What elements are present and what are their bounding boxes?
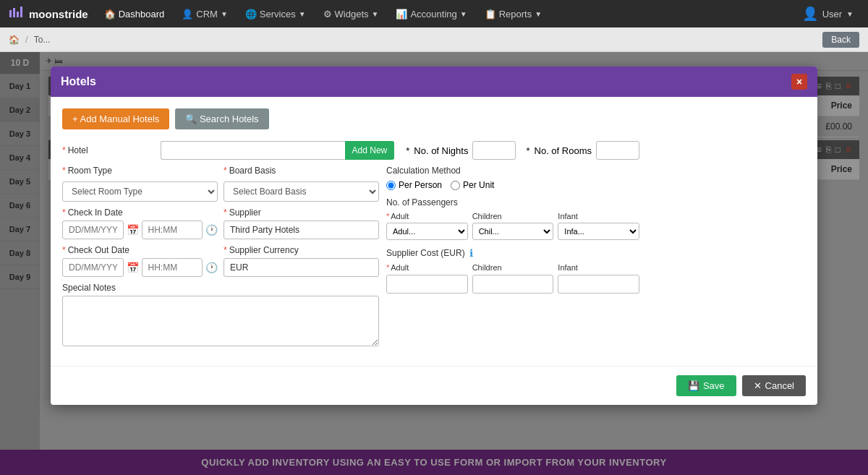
children-select[interactable]: Chil... [472, 223, 554, 240]
modal-overlay: Hotels × + Add Manual Hotels 🔍 Search Ho… [0, 52, 868, 475]
room-board-row: * Room Type Select Room Type [62, 166, 379, 202]
breadcrumb-bar: 🏠 / To... Back [0, 27, 868, 52]
add-new-hotel-button[interactable]: Add New [345, 141, 395, 160]
nav-accounting[interactable]: 📊 Accounting ▼ [388, 6, 474, 22]
supplier-cost-header: Supplier Cost (EUR) ℹ [386, 247, 639, 259]
hotels-modal: Hotels × + Add Manual Hotels 🔍 Search Ho… [51, 67, 817, 405]
nav-crm[interactable]: 👤 CRM ▼ [174, 6, 235, 22]
no-rooms-container: * No. of Rooms [526, 141, 639, 160]
cancel-button[interactable]: ✕ Cancel [742, 375, 806, 396]
search-hotels-button[interactable]: 🔍 Search Hotels [175, 108, 268, 129]
nav-reports[interactable]: 📋 Reports ▼ [477, 6, 549, 22]
room-type-select[interactable]: Select Room Type [62, 181, 218, 202]
children-header: Children [472, 212, 554, 221]
nav-widgets[interactable]: ⚙ Widgets ▼ [316, 6, 386, 22]
calendar-icon-2[interactable]: 📅 [127, 262, 139, 273]
user-menu[interactable]: 👤 User ▼ [796, 3, 859, 25]
room-type-container: * Room Type Select Room Type [62, 166, 218, 202]
checkin-date-input[interactable] [62, 221, 124, 239]
app-name: moonstride [29, 8, 88, 20]
no-nights-input[interactable] [472, 141, 516, 160]
clock-icon-2[interactable]: 🕐 [205, 262, 218, 273]
special-notes-textarea[interactable] [62, 296, 379, 346]
hotel-label: * Hotel [62, 145, 156, 155]
hotel-input-container: Add New [161, 141, 394, 160]
per-person-radio[interactable] [386, 181, 396, 190]
save-button[interactable]: 💾 Save [676, 375, 736, 396]
svg-rect-2 [17, 12, 19, 17]
breadcrumb-sep: / [25, 34, 28, 45]
passengers-container: No. of Passengers * Adult [386, 197, 639, 240]
form-fields-left: * Room Type Select Room Type [62, 166, 379, 348]
hotel-row: * Hotel Add New * No. of Nights [62, 141, 639, 160]
per-unit-option[interactable]: Per Unit [451, 180, 494, 190]
add-manual-hotels-button[interactable]: + Add Manual Hotels [62, 108, 169, 129]
per-person-option[interactable]: Per Person [386, 180, 442, 190]
supplier-input[interactable] [224, 221, 379, 239]
checkout-date-input[interactable] [62, 258, 124, 277]
per-unit-radio[interactable] [451, 181, 460, 190]
children-cost-input[interactable] [472, 275, 554, 294]
adult-cost-input[interactable] [386, 275, 468, 294]
supplier-container: * Supplier [224, 207, 379, 239]
calc-method-container: Calculation Method Per Person [386, 166, 639, 190]
modal-footer: 💾 Save ✕ Cancel [51, 366, 817, 405]
modal-title: Hotels [61, 75, 96, 88]
board-basis-container: * Board Basis Select Board Basis [224, 166, 379, 202]
accounting-icon: 📊 [396, 9, 407, 20]
checkin-container: * Check In Date 📅 🕐 [62, 207, 218, 239]
services-caret-icon: ▼ [299, 10, 306, 18]
infant-cost-input[interactable] [558, 275, 639, 294]
board-basis-label: * Board Basis [224, 166, 318, 176]
modal-header: Hotels × [51, 67, 817, 97]
form-left: * Hotel Add New * No. of Nights [62, 141, 639, 354]
nav-services[interactable]: 🌐 Services ▼ [238, 6, 313, 22]
modal-close-button[interactable]: × [791, 74, 807, 90]
supplier-currency-input[interactable] [224, 258, 379, 277]
cancel-icon: ✕ [754, 380, 762, 391]
board-basis-select[interactable]: Select Board Basis [224, 181, 379, 202]
breadcrumb-home-icon[interactable]: 🏠 [9, 35, 20, 45]
infant-pax-col: Infant Infa... [558, 212, 639, 240]
adult-cost-label: * Adult [386, 263, 468, 272]
info-icon[interactable]: ℹ [469, 247, 473, 259]
clock-icon[interactable]: 🕐 [205, 224, 218, 236]
nav-dashboard[interactable]: 🏠 Dashboard [97, 6, 172, 22]
no-rooms-label: No. of Rooms [535, 145, 592, 156]
app-logo: moonstride [9, 6, 88, 22]
action-buttons-row: + Add Manual Hotels 🔍 Search Hotels [62, 108, 806, 129]
back-button[interactable]: Back [822, 32, 859, 48]
passengers-label: No. of Passengers [386, 197, 639, 207]
calendar-icon[interactable]: 📅 [127, 224, 139, 236]
widgets-caret-icon: ▼ [372, 10, 379, 18]
modal-body: + Add Manual Hotels 🔍 Search Hotels * Ho… [51, 97, 817, 366]
checkout-container: * Check Out Date 📅 🕐 [62, 245, 218, 277]
special-notes-container: Special Notes [62, 283, 379, 348]
passengers-grid: * Adult Adul... [386, 212, 639, 240]
checkin-label: * Check In Date [62, 207, 218, 218]
form-fields-right: Calculation Method Per Person [386, 166, 639, 348]
supplier-cost-container: Supplier Cost (EUR) ℹ * Adult [386, 247, 639, 294]
checkout-label: * Check Out Date [62, 245, 218, 255]
svg-rect-1 [13, 8, 15, 17]
checkin-time-input[interactable] [142, 221, 203, 239]
breadcrumb-current[interactable]: To... [34, 35, 51, 45]
infant-select[interactable]: Infa... [558, 223, 639, 240]
infant-cost-label: Infant [558, 263, 639, 272]
crm-icon: 👤 [182, 9, 193, 20]
adult-pax-col: * Adult Adul... [386, 212, 468, 240]
supplier-currency-container: * Supplier Currency [224, 245, 379, 277]
accounting-caret-icon: ▼ [460, 10, 467, 18]
content-area: 10 D Day 1 Day 2 Day 3 Day 4 Day 5 Day 6… [0, 52, 868, 475]
supplier-cost-label: Supplier Cost (EUR) [386, 248, 465, 258]
checkout-time-input[interactable] [142, 258, 203, 277]
no-rooms-input[interactable] [596, 141, 639, 160]
no-nights-container: * No. of Nights [406, 141, 516, 160]
hotel-input[interactable] [161, 141, 345, 160]
services-icon: 🌐 [245, 9, 257, 20]
adult-select[interactable]: Adul... [386, 223, 468, 240]
board-basis-row: * Board Basis [224, 166, 379, 176]
checkin-input-group: 📅 🕐 [62, 221, 218, 239]
calc-pax-row: * Room Type Select Room Type [62, 166, 639, 348]
special-notes-label: Special Notes [62, 283, 379, 293]
